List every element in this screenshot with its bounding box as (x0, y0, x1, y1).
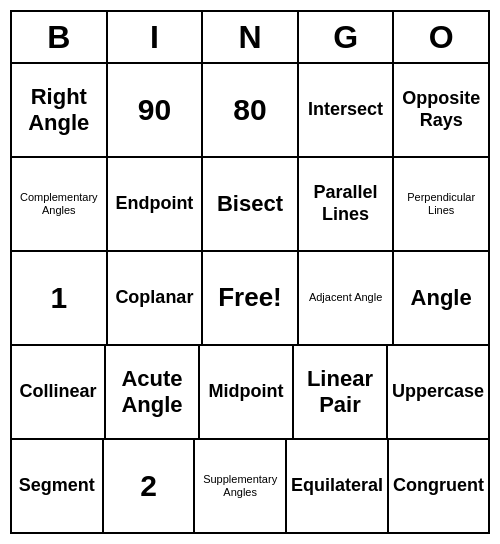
bingo-cell-0-4: Opposite Rays (394, 64, 488, 156)
bingo-cell-3-3: Linear Pair (294, 346, 388, 438)
bingo-cell-4-4: Congruent (389, 440, 488, 532)
bingo-row-3: CollinearAcute AngleMidpointLinear PairU… (12, 346, 488, 440)
bingo-cell-3-1: Acute Angle (106, 346, 200, 438)
bingo-row-2: 1CoplanarFree!Adjacent AngleAngle (12, 252, 488, 346)
bingo-cell-4-1: 2 (104, 440, 196, 532)
bingo-cell-1-4: Perpendicular Lines (394, 158, 488, 250)
bingo-cell-3-4: Uppercase (388, 346, 488, 438)
bingo-row-0: Right Angle9080IntersectOpposite Rays (12, 64, 488, 158)
header-letter: I (108, 12, 204, 62)
bingo-cell-1-1: Endpoint (108, 158, 204, 250)
bingo-header: BINGO (12, 12, 488, 64)
bingo-cell-0-0: Right Angle (12, 64, 108, 156)
bingo-cell-1-0: Complementary Angles (12, 158, 108, 250)
bingo-cell-2-4: Angle (394, 252, 488, 344)
bingo-cell-4-0: Segment (12, 440, 104, 532)
bingo-cell-1-3: Parallel Lines (299, 158, 395, 250)
bingo-cell-0-2: 80 (203, 64, 299, 156)
bingo-cell-2-0: 1 (12, 252, 108, 344)
header-letter: N (203, 12, 299, 62)
header-letter: B (12, 12, 108, 62)
bingo-cell-0-3: Intersect (299, 64, 395, 156)
bingo-cell-0-1: 90 (108, 64, 204, 156)
bingo-cell-2-1: Coplanar (108, 252, 204, 344)
bingo-cell-2-2: Free! (203, 252, 299, 344)
bingo-row-4: Segment2Supplementary AnglesEquilateralC… (12, 440, 488, 532)
header-letter: G (299, 12, 395, 62)
bingo-cell-2-3: Adjacent Angle (299, 252, 395, 344)
bingo-grid: Right Angle9080IntersectOpposite RaysCom… (12, 64, 488, 532)
bingo-cell-4-3: Equilateral (287, 440, 389, 532)
bingo-cell-3-2: Midpoint (200, 346, 294, 438)
bingo-cell-1-2: Bisect (203, 158, 299, 250)
bingo-cell-3-0: Collinear (12, 346, 106, 438)
bingo-cell-4-2: Supplementary Angles (195, 440, 287, 532)
header-letter: O (394, 12, 488, 62)
bingo-card: BINGO Right Angle9080IntersectOpposite R… (10, 10, 490, 534)
bingo-row-1: Complementary AnglesEndpointBisectParall… (12, 158, 488, 252)
